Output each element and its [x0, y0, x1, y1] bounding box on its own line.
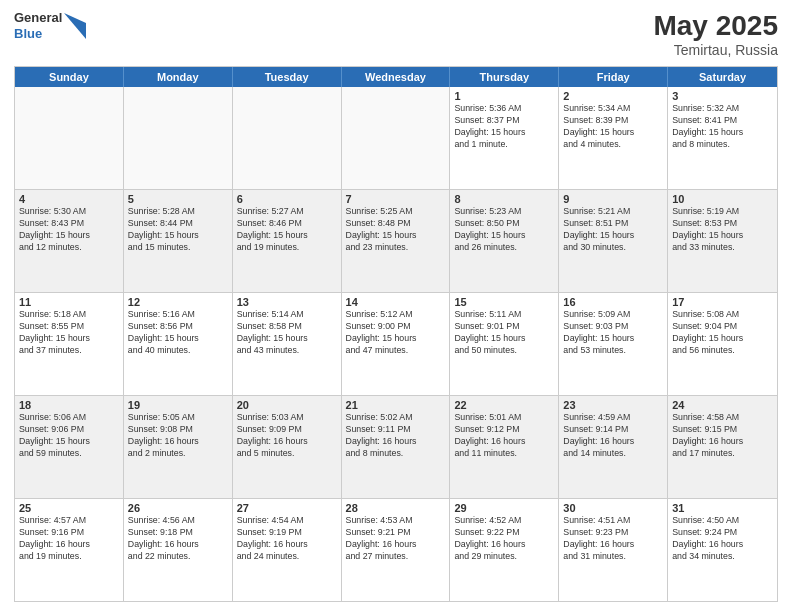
day-number: 28	[346, 502, 446, 514]
cell-info: Sunrise: 5:18 AM Sunset: 8:55 PM Dayligh…	[19, 309, 119, 357]
logo-icon	[64, 13, 86, 39]
cell-info: Sunrise: 5:06 AM Sunset: 9:06 PM Dayligh…	[19, 412, 119, 460]
weekday-saturday: Saturday	[668, 67, 777, 87]
cell-info: Sunrise: 4:57 AM Sunset: 9:16 PM Dayligh…	[19, 515, 119, 563]
calendar-cell: 19Sunrise: 5:05 AM Sunset: 9:08 PM Dayli…	[124, 396, 233, 498]
cell-info: Sunrise: 5:14 AM Sunset: 8:58 PM Dayligh…	[237, 309, 337, 357]
cell-info: Sunrise: 5:11 AM Sunset: 9:01 PM Dayligh…	[454, 309, 554, 357]
svg-marker-0	[64, 13, 86, 39]
calendar-cell: 6Sunrise: 5:27 AM Sunset: 8:46 PM Daylig…	[233, 190, 342, 292]
calendar-cell: 14Sunrise: 5:12 AM Sunset: 9:00 PM Dayli…	[342, 293, 451, 395]
cell-info: Sunrise: 5:28 AM Sunset: 8:44 PM Dayligh…	[128, 206, 228, 254]
calendar-cell: 1Sunrise: 5:36 AM Sunset: 8:37 PM Daylig…	[450, 87, 559, 189]
day-number: 14	[346, 296, 446, 308]
calendar-cell: 8Sunrise: 5:23 AM Sunset: 8:50 PM Daylig…	[450, 190, 559, 292]
cell-info: Sunrise: 5:09 AM Sunset: 9:03 PM Dayligh…	[563, 309, 663, 357]
calendar-cell: 28Sunrise: 4:53 AM Sunset: 9:21 PM Dayli…	[342, 499, 451, 601]
day-number: 24	[672, 399, 773, 411]
calendar-cell: 7Sunrise: 5:25 AM Sunset: 8:48 PM Daylig…	[342, 190, 451, 292]
day-number: 3	[672, 90, 773, 102]
cell-info: Sunrise: 4:54 AM Sunset: 9:19 PM Dayligh…	[237, 515, 337, 563]
weekday-thursday: Thursday	[450, 67, 559, 87]
cell-info: Sunrise: 5:23 AM Sunset: 8:50 PM Dayligh…	[454, 206, 554, 254]
calendar-cell: 31Sunrise: 4:50 AM Sunset: 9:24 PM Dayli…	[668, 499, 777, 601]
calendar-cell: 20Sunrise: 5:03 AM Sunset: 9:09 PM Dayli…	[233, 396, 342, 498]
day-number: 29	[454, 502, 554, 514]
weekday-monday: Monday	[124, 67, 233, 87]
cell-info: Sunrise: 5:05 AM Sunset: 9:08 PM Dayligh…	[128, 412, 228, 460]
page: General Blue May 2025 Temirtau, Russia S…	[0, 0, 792, 612]
calendar-cell: 21Sunrise: 5:02 AM Sunset: 9:11 PM Dayli…	[342, 396, 451, 498]
cell-info: Sunrise: 5:27 AM Sunset: 8:46 PM Dayligh…	[237, 206, 337, 254]
weekday-friday: Friday	[559, 67, 668, 87]
calendar-body: 1Sunrise: 5:36 AM Sunset: 8:37 PM Daylig…	[15, 87, 777, 601]
cell-info: Sunrise: 5:30 AM Sunset: 8:43 PM Dayligh…	[19, 206, 119, 254]
day-number: 18	[19, 399, 119, 411]
weekday-sunday: Sunday	[15, 67, 124, 87]
day-number: 4	[19, 193, 119, 205]
logo: General Blue	[14, 10, 86, 41]
day-number: 12	[128, 296, 228, 308]
calendar-cell: 27Sunrise: 4:54 AM Sunset: 9:19 PM Dayli…	[233, 499, 342, 601]
weekday-wednesday: Wednesday	[342, 67, 451, 87]
day-number: 9	[563, 193, 663, 205]
cell-info: Sunrise: 5:32 AM Sunset: 8:41 PM Dayligh…	[672, 103, 773, 151]
calendar-cell: 9Sunrise: 5:21 AM Sunset: 8:51 PM Daylig…	[559, 190, 668, 292]
day-number: 26	[128, 502, 228, 514]
cell-info: Sunrise: 4:53 AM Sunset: 9:21 PM Dayligh…	[346, 515, 446, 563]
calendar-cell: 10Sunrise: 5:19 AM Sunset: 8:53 PM Dayli…	[668, 190, 777, 292]
calendar-cell: 15Sunrise: 5:11 AM Sunset: 9:01 PM Dayli…	[450, 293, 559, 395]
calendar-cell: 26Sunrise: 4:56 AM Sunset: 9:18 PM Dayli…	[124, 499, 233, 601]
calendar-cell	[124, 87, 233, 189]
day-number: 25	[19, 502, 119, 514]
day-number: 1	[454, 90, 554, 102]
title-block: May 2025 Temirtau, Russia	[653, 10, 778, 58]
calendar-cell: 5Sunrise: 5:28 AM Sunset: 8:44 PM Daylig…	[124, 190, 233, 292]
day-number: 10	[672, 193, 773, 205]
day-number: 30	[563, 502, 663, 514]
cell-info: Sunrise: 5:21 AM Sunset: 8:51 PM Dayligh…	[563, 206, 663, 254]
cell-info: Sunrise: 4:50 AM Sunset: 9:24 PM Dayligh…	[672, 515, 773, 563]
calendar-cell: 24Sunrise: 4:58 AM Sunset: 9:15 PM Dayli…	[668, 396, 777, 498]
logo-text: General Blue	[14, 10, 62, 41]
cell-info: Sunrise: 5:03 AM Sunset: 9:09 PM Dayligh…	[237, 412, 337, 460]
calendar-cell: 13Sunrise: 5:14 AM Sunset: 8:58 PM Dayli…	[233, 293, 342, 395]
calendar-cell	[15, 87, 124, 189]
calendar-row-4: 18Sunrise: 5:06 AM Sunset: 9:06 PM Dayli…	[15, 396, 777, 499]
calendar-header: Sunday Monday Tuesday Wednesday Thursday…	[15, 67, 777, 87]
calendar-cell: 30Sunrise: 4:51 AM Sunset: 9:23 PM Dayli…	[559, 499, 668, 601]
day-number: 5	[128, 193, 228, 205]
cell-info: Sunrise: 4:52 AM Sunset: 9:22 PM Dayligh…	[454, 515, 554, 563]
day-number: 21	[346, 399, 446, 411]
calendar-cell: 4Sunrise: 5:30 AM Sunset: 8:43 PM Daylig…	[15, 190, 124, 292]
cell-info: Sunrise: 5:12 AM Sunset: 9:00 PM Dayligh…	[346, 309, 446, 357]
calendar-cell: 25Sunrise: 4:57 AM Sunset: 9:16 PM Dayli…	[15, 499, 124, 601]
day-number: 31	[672, 502, 773, 514]
calendar-cell: 12Sunrise: 5:16 AM Sunset: 8:56 PM Dayli…	[124, 293, 233, 395]
day-number: 20	[237, 399, 337, 411]
day-number: 8	[454, 193, 554, 205]
calendar-cell: 3Sunrise: 5:32 AM Sunset: 8:41 PM Daylig…	[668, 87, 777, 189]
cell-info: Sunrise: 5:08 AM Sunset: 9:04 PM Dayligh…	[672, 309, 773, 357]
cell-info: Sunrise: 5:36 AM Sunset: 8:37 PM Dayligh…	[454, 103, 554, 151]
cell-info: Sunrise: 5:34 AM Sunset: 8:39 PM Dayligh…	[563, 103, 663, 151]
calendar-cell: 29Sunrise: 4:52 AM Sunset: 9:22 PM Dayli…	[450, 499, 559, 601]
calendar-cell	[342, 87, 451, 189]
calendar-row-1: 1Sunrise: 5:36 AM Sunset: 8:37 PM Daylig…	[15, 87, 777, 190]
day-number: 17	[672, 296, 773, 308]
calendar-cell: 18Sunrise: 5:06 AM Sunset: 9:06 PM Dayli…	[15, 396, 124, 498]
logo-general: General	[14, 10, 62, 26]
calendar-cell: 2Sunrise: 5:34 AM Sunset: 8:39 PM Daylig…	[559, 87, 668, 189]
day-number: 15	[454, 296, 554, 308]
calendar-row-3: 11Sunrise: 5:18 AM Sunset: 8:55 PM Dayli…	[15, 293, 777, 396]
title-month: May 2025	[653, 10, 778, 42]
weekday-tuesday: Tuesday	[233, 67, 342, 87]
cell-info: Sunrise: 4:51 AM Sunset: 9:23 PM Dayligh…	[563, 515, 663, 563]
day-number: 22	[454, 399, 554, 411]
day-number: 23	[563, 399, 663, 411]
title-location: Temirtau, Russia	[653, 42, 778, 58]
calendar: Sunday Monday Tuesday Wednesday Thursday…	[14, 66, 778, 602]
cell-info: Sunrise: 5:19 AM Sunset: 8:53 PM Dayligh…	[672, 206, 773, 254]
calendar-row-5: 25Sunrise: 4:57 AM Sunset: 9:16 PM Dayli…	[15, 499, 777, 601]
day-number: 16	[563, 296, 663, 308]
